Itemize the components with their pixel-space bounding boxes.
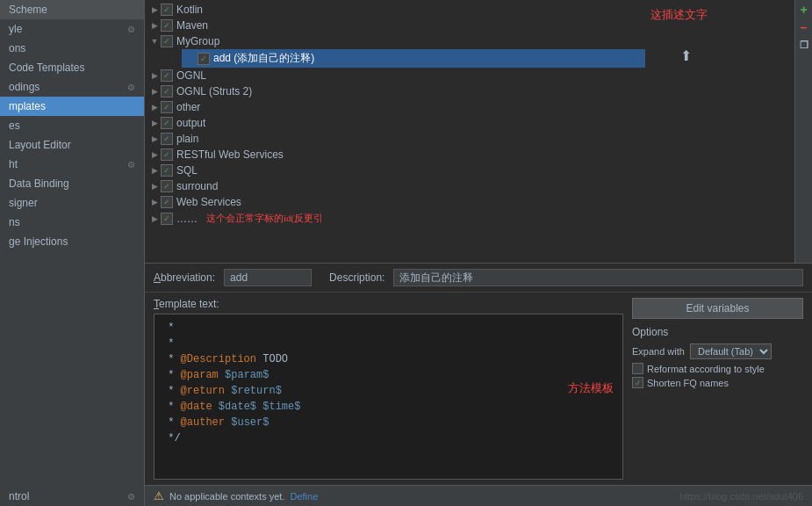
item-label: …… [176, 213, 198, 225]
tree-item-output[interactable]: ▶ ✓ output [145, 115, 645, 131]
settings-icon[interactable]: ⚙ [127, 160, 135, 170]
tree-item-ognl[interactable]: ▶ ✓ OGNL [145, 68, 645, 83]
expand-arrow: ▼ [148, 37, 161, 46]
sidebar-item-label: ntrol [9, 490, 29, 502]
cursor-area: ⬆ [645, 30, 794, 82]
checkbox[interactable]: ✓ [161, 180, 173, 192]
code-line: * @auther $user$ [162, 415, 615, 430]
checkbox[interactable]: ✓ [161, 196, 173, 208]
expand-arrow: ▶ [148, 87, 161, 96]
sidebar-item-ht[interactable]: ht ⚙ [0, 155, 144, 174]
tree-item-surround[interactable]: ▶ ✓ surround [145, 178, 645, 194]
expand-with-label: Expand with [632, 346, 685, 357]
tree-item-mygroup[interactable]: ▼ ✓ MyGroup [145, 33, 645, 49]
sidebar-item-ntrol[interactable]: ntrol ⚙ [0, 487, 144, 506]
status-bar: ⚠ No applicable contexts yet. Define htt… [145, 485, 812, 506]
sidebar-item-scheme[interactable]: Scheme [0, 0, 144, 19]
tree-red-annotation: 这插述文字 [645, 0, 794, 30]
sidebar-item-data-binding[interactable]: Data Binding [0, 174, 144, 193]
tree-item-restful[interactable]: ▶ ✓ RESTful Web Services [145, 147, 645, 163]
template-annotation: 方法模板 [568, 380, 614, 396]
checkbox[interactable]: ✓ [161, 213, 173, 225]
sidebar-item-label: ge Injections [9, 235, 68, 248]
tree-action-buttons: + – ❐ [794, 0, 812, 263]
checkbox[interactable]: ✓ [161, 69, 173, 82]
expand-arrow: ▶ [148, 214, 161, 223]
expand-arrow: ▶ [148, 119, 161, 127]
expand-arrow: ▶ [148, 166, 161, 175]
options-panel: Edit variables Options Expand with Defau… [632, 298, 803, 480]
watermark-text: https://blog.csdn.net/sdut406 [679, 491, 803, 502]
checkbox[interactable]: ✓ [161, 85, 173, 98]
reformat-checkbox[interactable] [632, 363, 643, 374]
tree-item-sql[interactable]: ▶ ✓ SQL [145, 163, 645, 178]
checkbox[interactable]: ✓ [161, 101, 173, 113]
sidebar-item-es[interactable]: es [0, 116, 144, 135]
template-area: Template text: * * * @Description TODO *… [145, 293, 812, 485]
tree-item-maven[interactable]: ▶ ✓ Maven [145, 18, 645, 33]
reformat-option[interactable]: Reformat according to style [632, 363, 803, 374]
sidebar-item-label: ns [9, 216, 20, 228]
item-label: OGNL (Struts 2) [176, 85, 252, 98]
abbreviation-input[interactable] [224, 269, 312, 286]
item-label: SQL [176, 164, 198, 177]
settings-icon[interactable]: ⚙ [127, 25, 135, 34]
add-template-button[interactable]: + [796, 2, 812, 18]
settings-icon[interactable]: ⚙ [127, 492, 135, 502]
sidebar-item-label: signer [9, 197, 38, 209]
expand-arrow: ▶ [148, 198, 161, 206]
sidebar-item-label: ons [9, 42, 25, 54]
sidebar-item-label: Code Templates [9, 61, 85, 74]
item-label: plain [176, 133, 198, 145]
expand-with-select[interactable]: Default (Tab)TabEnterSpace [690, 343, 772, 359]
tree-annotation: 这个会正常字标的id(反更引 [206, 212, 323, 225]
tree-item-add[interactable]: ✓ add (添加自己的注释) [182, 49, 645, 68]
tree-item-more[interactable]: ▶ ✓ …… 这个会正常字标的id(反更引 [145, 210, 645, 227]
checkbox[interactable]: ✓ [161, 148, 173, 161]
sidebar-item-label: ht [9, 158, 18, 170]
sidebar-item-ns[interactable]: ns [0, 213, 144, 232]
sidebar-item-templates[interactable]: mplates [0, 97, 144, 116]
tree-item-ognl-struts[interactable]: ▶ ✓ OGNL (Struts 2) [145, 83, 645, 99]
template-tree[interactable]: ▶ ✓ Kotlin ▶ ✓ Maven ▼ ✓ MyGroup ✓ add (… [145, 0, 645, 263]
item-label: surround [176, 180, 218, 192]
sidebar-item-style[interactable]: yle ⚙ [0, 19, 144, 39]
checkbox[interactable]: ✓ [161, 19, 173, 32]
code-line: * [162, 320, 615, 336]
sidebar-item-layout-editor[interactable]: Layout Editor [0, 135, 144, 155]
sidebar-item-label: Layout Editor [9, 139, 71, 151]
checkbox[interactable]: ✓ [161, 133, 173, 145]
tree-area: ▶ ✓ Kotlin ▶ ✓ Maven ▼ ✓ MyGroup ✓ add (… [145, 0, 812, 264]
sidebar-item-odings[interactable]: odings ⚙ [0, 77, 144, 97]
description-input[interactable] [393, 269, 803, 286]
sidebar-item-ons[interactable]: ons [0, 39, 144, 58]
copy-template-button[interactable]: ❐ [796, 37, 812, 53]
remove-template-button[interactable]: – [796, 19, 812, 35]
sidebar-item-code-templates[interactable]: Code Templates [0, 58, 144, 77]
define-link[interactable]: Define [290, 491, 318, 502]
tree-item-kotlin[interactable]: ▶ ✓ Kotlin [145, 2, 645, 18]
checkbox[interactable]: ✓ [161, 164, 173, 177]
edit-variables-button[interactable]: Edit variables [632, 298, 803, 319]
checkbox[interactable]: ✓ [161, 117, 173, 129]
checkbox[interactable]: ✓ [198, 53, 210, 65]
checkbox[interactable]: ✓ [161, 4, 173, 16]
options-section: Options Expand with Default (Tab)TabEnte… [632, 326, 803, 391]
template-text-label: Template text: [154, 298, 623, 310]
shorten-fq-option[interactable]: ✓ Shorten FQ names [632, 377, 803, 388]
sidebar-item-injections[interactable]: ge Injections [0, 232, 144, 251]
checkbox[interactable]: ✓ [161, 35, 173, 47]
template-editor[interactable]: * * * @Description TODO * @param $param$… [154, 314, 623, 480]
sidebar-item-signer[interactable]: signer [0, 193, 144, 213]
tree-item-web-services[interactable]: ▶ ✓ Web Services [145, 194, 645, 210]
editor-area: Abbreviation: Description: Template text… [145, 264, 812, 506]
item-label: Web Services [176, 196, 241, 208]
code-line: */ [162, 430, 615, 446]
shorten-fq-checkbox[interactable]: ✓ [632, 377, 643, 388]
tree-item-plain[interactable]: ▶ ✓ plain [145, 131, 645, 147]
main-content: ▶ ✓ Kotlin ▶ ✓ Maven ▼ ✓ MyGroup ✓ add (… [145, 0, 812, 506]
expand-arrow: ▶ [148, 5, 161, 14]
tree-item-other[interactable]: ▶ ✓ other [145, 99, 645, 115]
tree-right-panel: 这插述文字 ⬆ [645, 0, 794, 263]
settings-icon[interactable]: ⚙ [127, 83, 135, 92]
